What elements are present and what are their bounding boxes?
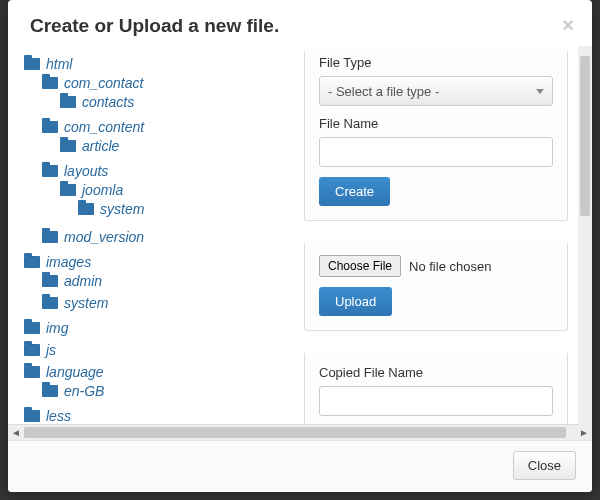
folder-item-js[interactable]: js xyxy=(24,342,290,358)
filetype-select[interactable]: - Select a file type - xyxy=(319,76,553,106)
folder-item-less[interactable]: less xyxy=(24,408,290,424)
tree-node: contacts xyxy=(60,91,290,113)
folder-item-html[interactable]: html xyxy=(24,56,290,72)
upload-panel: Choose File No file chosen Upload xyxy=(304,243,568,331)
tree-node: layoutsjoomlasystem xyxy=(42,160,290,226)
close-button[interactable]: Close xyxy=(513,451,576,480)
folder-label: html xyxy=(46,56,72,72)
folder-label: language xyxy=(46,364,104,380)
close-icon[interactable]: × xyxy=(562,14,574,37)
tree-node: languageen-GB xyxy=(24,361,290,405)
folder-label: mod_version xyxy=(64,229,144,245)
copy-panel: Copied File Name Copy File xyxy=(304,353,568,424)
modal-body: htmlcom_contactcontactscom_contentarticl… xyxy=(8,47,592,424)
filetype-label: File Type xyxy=(319,55,553,70)
folder-icon xyxy=(42,77,58,89)
tree-node: system xyxy=(42,292,290,314)
folder-label: en-GB xyxy=(64,383,104,399)
folder-label: admin xyxy=(64,273,102,289)
folder-label: contacts xyxy=(82,94,134,110)
folder-item-com_contact[interactable]: com_contact xyxy=(42,75,290,91)
folder-item-system[interactable]: system xyxy=(42,295,290,311)
folder-label: joomla xyxy=(82,182,123,198)
folder-item-system[interactable]: system xyxy=(78,201,290,217)
folder-label: less xyxy=(46,408,71,424)
folder-item-contacts[interactable]: contacts xyxy=(60,94,290,110)
folder-item-joomla[interactable]: joomla xyxy=(60,182,290,198)
folder-icon xyxy=(24,256,40,268)
scroll-left-icon[interactable]: ◄ xyxy=(8,425,24,440)
folder-label: com_content xyxy=(64,119,144,135)
filename-input[interactable] xyxy=(319,137,553,167)
folder-item-layouts[interactable]: layouts xyxy=(42,163,290,179)
folder-icon xyxy=(24,58,40,70)
folder-item-com_content[interactable]: com_content xyxy=(42,119,290,135)
tree-node: joomlasystem xyxy=(60,179,290,223)
copied-filename-input[interactable] xyxy=(319,386,553,416)
folder-tree[interactable]: htmlcom_contactcontactscom_contentarticl… xyxy=(14,47,294,424)
folder-icon xyxy=(60,140,76,152)
folder-icon xyxy=(60,184,76,196)
modal-footer: Close xyxy=(8,440,592,492)
folder-icon xyxy=(42,121,58,133)
folder-label: js xyxy=(46,342,56,358)
filename-label: File Name xyxy=(319,116,553,131)
tree-node: com_contactcontacts xyxy=(42,72,290,116)
file-status: No file chosen xyxy=(409,259,491,274)
choose-file-button[interactable]: Choose File xyxy=(319,255,401,277)
folder-icon xyxy=(24,344,40,356)
scroll-right-icon[interactable]: ► xyxy=(576,425,592,440)
folder-icon xyxy=(42,297,58,309)
create-panel: File Type - Select a file type - File Na… xyxy=(304,51,568,221)
chevron-down-icon xyxy=(536,89,544,94)
folder-icon xyxy=(78,203,94,215)
folder-icon xyxy=(42,165,58,177)
copied-filename-label: Copied File Name xyxy=(319,365,553,380)
folder-item-article[interactable]: article xyxy=(60,138,290,154)
folder-icon xyxy=(42,385,58,397)
folder-label: system xyxy=(100,201,144,217)
folder-label: img xyxy=(46,320,69,336)
tree-node: system xyxy=(78,198,290,220)
folder-icon xyxy=(24,410,40,422)
folder-item-admin[interactable]: admin xyxy=(42,273,290,289)
tree-node: imagesadminsystem xyxy=(24,251,290,317)
tree-node: htmlcom_contactcontactscom_contentarticl… xyxy=(24,53,290,251)
tree-node: img xyxy=(24,317,290,339)
form-pane: File Type - Select a file type - File Na… xyxy=(294,47,592,424)
scrollbar-thumb[interactable] xyxy=(24,427,566,438)
folder-label: article xyxy=(82,138,119,154)
tree-node: less xyxy=(24,405,290,424)
tree-node: article xyxy=(60,135,290,157)
folder-item-images[interactable]: images xyxy=(24,254,290,270)
folder-item-language[interactable]: language xyxy=(24,364,290,380)
folder-item-en-GB[interactable]: en-GB xyxy=(42,383,290,399)
tree-node: com_contentarticle xyxy=(42,116,290,160)
modal-header: Create or Upload a new file. × xyxy=(8,0,592,47)
folder-label: images xyxy=(46,254,91,270)
folder-icon xyxy=(60,96,76,108)
create-button[interactable]: Create xyxy=(319,177,390,206)
vertical-scrollbar[interactable] xyxy=(578,46,592,426)
modal-title: Create or Upload a new file. xyxy=(30,15,279,37)
folder-item-img[interactable]: img xyxy=(24,320,290,336)
vertical-scrollbar-thumb[interactable] xyxy=(580,56,590,216)
folder-label: layouts xyxy=(64,163,108,179)
upload-button[interactable]: Upload xyxy=(319,287,392,316)
folder-icon xyxy=(24,366,40,378)
folder-icon xyxy=(24,322,40,334)
folder-icon xyxy=(42,275,58,287)
tree-node: mod_version xyxy=(42,226,290,248)
horizontal-scrollbar[interactable]: ◄ ► xyxy=(8,424,592,440)
folder-item-mod_version[interactable]: mod_version xyxy=(42,229,290,245)
tree-node: js xyxy=(24,339,290,361)
folder-icon xyxy=(42,231,58,243)
tree-node: en-GB xyxy=(42,380,290,402)
modal-dialog: Create or Upload a new file. × htmlcom_c… xyxy=(8,0,592,492)
folder-label: system xyxy=(64,295,108,311)
tree-node: admin xyxy=(42,270,290,292)
folder-label: com_contact xyxy=(64,75,143,91)
filetype-selected: - Select a file type - xyxy=(328,84,439,99)
